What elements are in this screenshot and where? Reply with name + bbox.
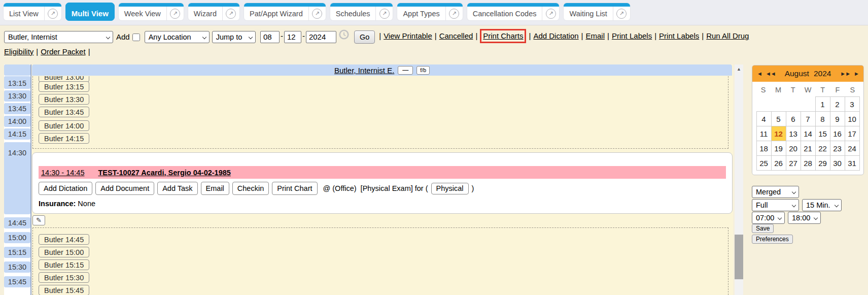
go-button[interactable]: Go [354, 30, 375, 44]
calendar-day[interactable]: 13 [786, 126, 801, 141]
calendar-day[interactable]: 6 [786, 112, 801, 126]
external-link-icon: ↗ [44, 7, 61, 20]
calendar-day[interactable]: 28 [801, 156, 815, 171]
calendar-day[interactable]: 25 [756, 156, 771, 171]
tab-list-view[interactable]: List View↗ [3, 3, 62, 21]
open-slot-button[interactable]: Butler 14:00 [39, 120, 89, 131]
calendar-day[interactable]: 18 [756, 141, 771, 156]
size-select[interactable]: Full [752, 199, 799, 211]
tab-schedules[interactable]: Schedules↗ [330, 3, 394, 21]
calendar-day[interactable]: 26 [771, 156, 786, 171]
scrollbar-up-arrow-icon[interactable]: ▲ [735, 64, 743, 74]
date-month-input[interactable] [260, 31, 280, 43]
open-slot-button[interactable]: Butler 15:45 [39, 285, 89, 295]
tab-bar: List View↗Multi ViewWeek View↗Wizard↗Pat… [0, 0, 868, 25]
link-add-dictation[interactable]: Add Dictation [533, 31, 578, 40]
jump-to-select[interactable]: Jump to [212, 31, 256, 43]
date-year-input[interactable] [306, 31, 336, 43]
date-day-input[interactable] [284, 31, 301, 43]
calendar-day[interactable]: 15 [815, 126, 830, 141]
open-slot-button[interactable]: Butler 13:30 [39, 94, 89, 105]
appointment-time-link[interactable]: 14:30 - 14:45 [41, 169, 84, 177]
appointment-patient-link[interactable]: TEST-10027 Acardi, Sergio 04-02-1985 [98, 169, 230, 177]
appointment-add-task-button[interactable]: Add Task [157, 182, 197, 195]
appointment-add-dictation-button[interactable]: Add Dictation [39, 182, 92, 195]
chevron-down-icon [202, 35, 206, 39]
link-cancelled[interactable]: Cancelled [439, 31, 473, 40]
calendar-day[interactable]: 21 [801, 141, 815, 156]
calendar-day[interactable]: 9 [830, 112, 845, 126]
calendar-day[interactable]: 29 [815, 156, 830, 171]
open-slot-button[interactable]: Butler 13:45 [39, 107, 89, 117]
view-mode-select[interactable]: Merged [752, 186, 799, 198]
clock-icon[interactable] [338, 29, 350, 45]
link-order-packet[interactable]: Order Packet [41, 47, 85, 56]
calendar-day[interactable]: 3 [845, 97, 859, 112]
calendar-day[interactable]: 22 [815, 141, 830, 156]
end-time-select[interactable]: 18:00 [788, 212, 821, 224]
calendar-day-selected[interactable]: 12 [771, 126, 786, 141]
calendar-day[interactable]: 30 [830, 156, 845, 171]
appointment-email-button[interactable]: Email [201, 182, 229, 195]
calendar-day[interactable]: 17 [845, 126, 859, 141]
edit-slot-button[interactable]: ✎ [32, 215, 45, 225]
appointment-checkin-button[interactable]: Checkin [232, 182, 269, 195]
location-select[interactable]: Any Location [145, 31, 210, 43]
collapse-column-button[interactable]: — [398, 66, 413, 75]
schedule-scrollbar[interactable]: ▲ [735, 64, 743, 295]
calendar-month: August [785, 69, 809, 78]
save-button[interactable]: Save [752, 224, 774, 233]
calendar-day[interactable]: 10 [845, 112, 859, 126]
start-time-select[interactable]: 07:00 [752, 212, 785, 224]
scrollbar-thumb[interactable] [735, 235, 743, 279]
calendar-day[interactable]: 24 [845, 141, 859, 156]
calendar-day[interactable]: 27 [786, 156, 801, 171]
open-slot-button[interactable]: Butler 14:15 [39, 133, 89, 144]
provider-link[interactable]: Butler, Internist E. [334, 66, 394, 75]
calendar-prev-icon[interactable]: ◄ [757, 71, 762, 77]
open-slot-button[interactable]: Butler 15:30 [39, 272, 89, 283]
appointment-type-button[interactable]: Physical [431, 183, 469, 194]
calendar-day[interactable]: 11 [756, 126, 771, 141]
calendar-next-icon[interactable]: ► [854, 71, 859, 77]
interval-select[interactable]: 15 Min. [802, 199, 842, 211]
link-separator: | [607, 31, 609, 40]
calendar-day[interactable]: 5 [771, 112, 786, 126]
preferences-button[interactable]: Preferences [752, 235, 793, 244]
link-email[interactable]: Email [586, 31, 605, 40]
calendar-day[interactable]: 1 [815, 97, 830, 112]
open-slot-button[interactable]: Butler 15:15 [39, 259, 89, 270]
link-print-labels[interactable]: Print Labels [612, 31, 652, 40]
link-view-printable[interactable]: View Printable [384, 31, 432, 40]
chevron-down-icon [248, 35, 252, 39]
fb-button[interactable]: f/b [416, 66, 430, 75]
tab-multi-view[interactable]: Multi View [65, 3, 115, 21]
calendar-day[interactable]: 20 [786, 141, 801, 156]
calendar-day[interactable]: 31 [845, 156, 859, 171]
add-checkbox[interactable] [132, 34, 140, 41]
link-print-labels[interactable]: Print Labels [659, 31, 699, 40]
calendar-day[interactable]: 19 [771, 141, 786, 156]
appointment-print-chart-button[interactable]: Print Chart [272, 182, 317, 195]
calendar-day[interactable]: 23 [830, 141, 845, 156]
calendar-day[interactable]: 8 [815, 112, 830, 126]
calendar-day[interactable]: 16 [830, 126, 845, 141]
open-slot-button[interactable]: Butler 13:15 [39, 81, 89, 92]
tab-cancellation-codes[interactable]: Cancellation Codes↗ [467, 3, 560, 21]
provider-select[interactable]: Butler, Internist [4, 31, 113, 43]
link-print-charts[interactable]: Print Charts [483, 31, 523, 40]
calendar-next-fast-icon[interactable]: ►► [840, 71, 850, 77]
tab-pat-appt-wizard[interactable]: Pat/Appt Wizard↗ [244, 3, 326, 21]
tab-wizard[interactable]: Wizard↗ [188, 3, 240, 21]
open-slot-button[interactable]: Butler 15:00 [39, 247, 89, 257]
tab-waiting-list[interactable]: Waiting List↗ [563, 3, 630, 21]
calendar-day[interactable]: 7 [801, 112, 815, 126]
open-slot-button[interactable]: Butler 14:45 [39, 234, 89, 245]
tab-week-view[interactable]: Week View↗ [118, 3, 184, 21]
tab-appt-types[interactable]: Appt Types↗ [397, 3, 463, 21]
appointment-add-document-button[interactable]: Add Document [95, 182, 154, 195]
calendar-prev-fast-icon[interactable]: ◄◄ [766, 71, 776, 77]
calendar-day[interactable]: 14 [801, 126, 815, 141]
calendar-day[interactable]: 4 [756, 112, 771, 126]
calendar-day[interactable]: 2 [830, 97, 845, 112]
